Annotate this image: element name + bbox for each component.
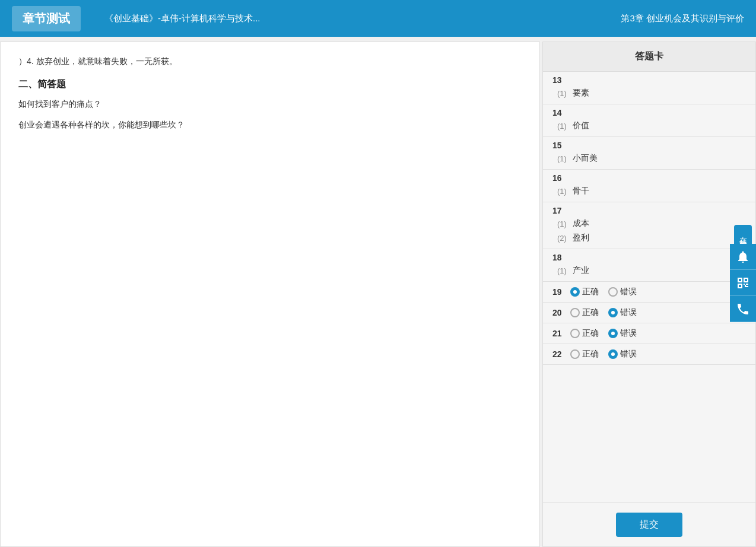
tf-correct-label: 正确 — [582, 328, 599, 339]
bell-icon — [736, 250, 750, 264]
answer-card: 答题卡 13(1)要素14(1)价值15(1)小而美16(1)骨干17(1)成本… — [542, 42, 756, 547]
tf-row-22: 22正确错误 — [543, 344, 755, 365]
header: 章节测试 《创业基础》-卓伟-计算机科学与技术... 第3章 创业机会及其识别与… — [0, 0, 756, 37]
question-sa1: 如何找到客户的痛点？ — [18, 97, 522, 112]
tf-correct-label: 正确 — [582, 307, 599, 318]
service-qr-button[interactable] — [730, 270, 756, 296]
tf-correct-option[interactable]: 正确 — [570, 307, 599, 318]
radio-correct — [570, 349, 580, 359]
answer-row-13: 13(1)要素 — [543, 72, 755, 104]
radio-wrong — [608, 349, 618, 359]
answer-sub-number: (1) — [557, 266, 567, 275]
answer-row-18: 18(1)产业 — [543, 249, 755, 282]
tf-row-number: 22 — [552, 349, 570, 359]
answer-sub-value: 小而美 — [573, 153, 598, 164]
answer-sub-value: 骨干 — [573, 186, 589, 196]
radio-correct — [570, 287, 580, 297]
answer-row-number: 17 — [552, 206, 746, 215]
question-sa2: 创业会遭遇各种各样的坎，你能想到哪些坎？ — [18, 117, 522, 132]
answer-card-footer: 提交 — [543, 503, 755, 546]
tf-row-21: 21正确错误 — [543, 323, 755, 344]
answer-sub-value: 产业 — [573, 265, 589, 276]
answer-card-title: 答题卡 — [543, 42, 755, 72]
tf-row-number: 20 — [552, 308, 570, 317]
answer-sub-item: (1)产业 — [552, 263, 746, 278]
answer-sub-item: (1)要素 — [552, 86, 746, 100]
answer-sub-value: 价值 — [573, 120, 589, 131]
tf-row-number: 19 — [552, 287, 570, 297]
answer-sub-number: (1) — [557, 122, 567, 131]
tf-row-20: 20正确错误 — [543, 303, 755, 323]
answer-row-number: 18 — [552, 253, 746, 262]
answer-row-16: 16(1)骨干 — [543, 170, 755, 202]
answer-row-number: 13 — [552, 75, 746, 85]
answer-sub-number: (1) — [557, 187, 567, 196]
answer-sub-number: (2) — [557, 234, 567, 243]
tf-row-19: 19正确错误 — [543, 282, 755, 303]
answer-sub-item: (2)盈利 — [552, 231, 746, 245]
tf-correct-option[interactable]: 正确 — [570, 328, 599, 339]
tf-wrong-label: 错误 — [620, 349, 637, 360]
service-phone-button[interactable] — [730, 296, 756, 322]
section-title-shortanswer: 二、简答题 — [18, 78, 522, 91]
radio-wrong — [608, 287, 618, 297]
submit-button[interactable]: 提交 — [616, 513, 682, 537]
tf-wrong-option[interactable]: 错误 — [608, 307, 637, 318]
online-service-sidebar: 在线客服 — [730, 225, 756, 322]
content-area: ）4. 放弃创业，就意味着失败，一无所获。 二、简答题 如何找到客户的痛点？ 创… — [0, 42, 540, 547]
tf-wrong-label: 错误 — [620, 287, 637, 297]
radio-correct — [570, 308, 580, 317]
answer-sub-number: (1) — [557, 89, 567, 98]
header-course: 《创业基础》-卓伟-计算机科学与技术... — [104, 13, 621, 24]
answer-sub-value: 盈利 — [573, 233, 589, 243]
answer-sub-item: (1)小而美 — [552, 151, 746, 166]
answer-row-number: 16 — [552, 173, 746, 183]
answer-sub-item: (1)骨干 — [552, 184, 746, 198]
tf-correct-label: 正确 — [582, 287, 599, 297]
radio-wrong — [608, 308, 618, 317]
answer-row-number: 15 — [552, 141, 746, 150]
answer-sub-value: 成本 — [573, 218, 589, 229]
radio-correct — [570, 329, 580, 338]
answer-row-15: 15(1)小而美 — [543, 137, 755, 170]
qr-icon — [736, 276, 750, 290]
answer-card-body: 13(1)要素14(1)价值15(1)小而美16(1)骨干17(1)成本(2)盈… — [543, 72, 755, 503]
answer-sub-value: 要素 — [573, 88, 589, 98]
tf-row-number: 21 — [552, 329, 570, 338]
answer-sub-number: (1) — [557, 154, 567, 163]
question-4: ）4. 放弃创业，就意味着失败，一无所获。 — [18, 54, 522, 69]
answer-row-number: 14 — [552, 108, 746, 117]
answer-row-17: 17(1)成本(2)盈利 — [543, 202, 755, 249]
online-service-label: 在线客服 — [734, 225, 752, 244]
answer-row-14: 14(1)价值 — [543, 104, 755, 137]
service-bell-button[interactable] — [730, 244, 756, 270]
page-title-badge: 章节测试 — [12, 6, 81, 31]
answer-sub-item: (1)成本 — [552, 217, 746, 231]
tf-wrong-option[interactable]: 错误 — [608, 287, 637, 297]
header-chapter: 第3章 创业机会及其识别与评价 — [621, 13, 744, 24]
tf-wrong-label: 错误 — [620, 307, 637, 318]
tf-correct-label: 正确 — [582, 349, 599, 360]
tf-correct-option[interactable]: 正确 — [570, 287, 599, 297]
answer-sub-number: (1) — [557, 220, 567, 228]
tf-wrong-label: 错误 — [620, 328, 637, 339]
main-container: ）4. 放弃创业，就意味着失败，一无所获。 二、简答题 如何找到客户的痛点？ 创… — [0, 42, 756, 547]
answer-sub-item: (1)价值 — [552, 119, 746, 133]
tf-wrong-option[interactable]: 错误 — [608, 349, 637, 360]
phone-icon — [736, 302, 750, 316]
service-icons — [730, 244, 756, 322]
tf-correct-option[interactable]: 正确 — [570, 349, 599, 360]
radio-wrong — [608, 329, 618, 338]
tf-wrong-option[interactable]: 错误 — [608, 328, 637, 339]
